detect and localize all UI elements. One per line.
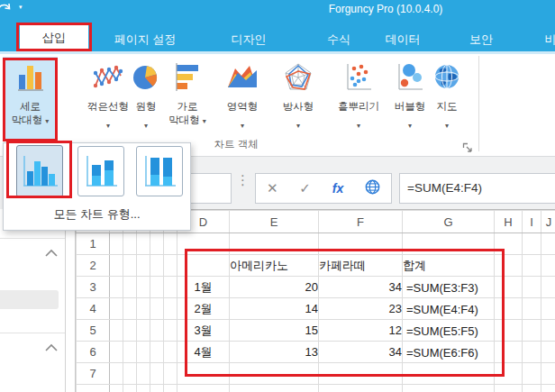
- cancel-icon[interactable]: ✕: [267, 180, 278, 196]
- cell-F3[interactable]: 34: [319, 277, 403, 298]
- cell-D5[interactable]: 3월: [177, 320, 230, 342]
- cell-F4[interactable]: 23: [319, 298, 403, 320]
- dropdown-arrow-icon: ▾: [431, 122, 463, 130]
- ribbon-button-map-chart[interactable]: 지도 ▾: [431, 57, 463, 141]
- cell-G6[interactable]: =SUM(E6:F6): [403, 342, 495, 363]
- area-chart-icon: [226, 62, 259, 96]
- confirm-icon[interactable]: ✓: [299, 180, 311, 196]
- row-header-1[interactable]: 1: [77, 233, 110, 255]
- ribbon-button-line-chart[interactable]: 꺾은선형 ▾: [81, 57, 135, 141]
- cell-D6[interactable]: 4월: [177, 342, 230, 363]
- cell-F5[interactable]: 12: [319, 320, 403, 342]
- panel-divider: [0, 238, 65, 239]
- tab-data[interactable]: 데이터: [386, 32, 421, 48]
- col-header-G[interactable]: G: [403, 211, 495, 233]
- tab-insert[interactable]: 삽입: [20, 24, 88, 54]
- collapse-chevron-icon[interactable]: [43, 247, 59, 260]
- grid-row-2: 2 아메리카노 카페라떼 합계: [77, 255, 555, 277]
- column-chart-dropdown: 모든 차트 유형...: [3, 142, 191, 231]
- dialog-launcher-icon[interactable]: [462, 141, 473, 151]
- panel-collapsed-item[interactable]: [0, 290, 59, 309]
- cell-D4[interactable]: 2월: [177, 298, 230, 320]
- cell-G5[interactable]: =SUM(E5:F5): [403, 320, 495, 342]
- row-header-3[interactable]: 3: [77, 277, 110, 298]
- spreadsheet-grid[interactable]: D E F G H I J 1 2 아메리카노 카페라떼 합계: [75, 209, 555, 392]
- subtype-clustered-column[interactable]: [16, 145, 63, 197]
- cell-G3[interactable]: =SUM(E3:F3): [403, 277, 495, 298]
- row-header-2[interactable]: 2: [77, 255, 110, 277]
- panel-edge: [65, 209, 66, 392]
- stacked-column-icon: [81, 153, 121, 189]
- window-title: Forguncy Pro (10.0.4.0): [329, 3, 443, 15]
- row-header-5[interactable]: 5: [77, 320, 110, 342]
- col-header-I[interactable]: I: [523, 211, 541, 233]
- formula-bar-buttons: ✕ ✓ fx: [255, 173, 392, 204]
- cell-E4[interactable]: 14: [230, 298, 319, 320]
- formula-bar-grip-icon[interactable]: ⋮: [236, 176, 250, 184]
- dropdown-arrow-icon: ▾: [387, 122, 432, 130]
- left-side-panel: [0, 209, 75, 392]
- ribbon-button-area-chart[interactable]: 영역형 ▾: [219, 57, 266, 141]
- column-chart-icon: [17, 62, 44, 98]
- grid-row-1: 1: [77, 233, 555, 255]
- cell-G2[interactable]: 합계: [403, 255, 495, 277]
- cell-D3[interactable]: 1월: [177, 277, 230, 298]
- row-header-7[interactable]: 7: [77, 363, 110, 385]
- cell-formula-text: =SUM(E6:F6): [406, 345, 478, 359]
- redo-icon[interactable]: [0, 1, 14, 20]
- collapse-chevron-icon[interactable]: [43, 342, 59, 354]
- dropdown-arrow-icon: ▾: [219, 122, 266, 130]
- col-header-J[interactable]: J: [541, 211, 555, 233]
- pie-chart-icon: [132, 62, 159, 96]
- grid-row-3: 3 1월 20 34 =SUM(E3:F3): [77, 277, 555, 298]
- dropdown-arrow-icon: ▾: [273, 122, 323, 130]
- clustered-column-icon: [20, 153, 59, 189]
- tab-page-setup[interactable]: 페이지 설정: [114, 32, 177, 48]
- cell-G4[interactable]: =SUM(E4:F4): [403, 298, 495, 320]
- col-header-H[interactable]: H: [495, 211, 523, 233]
- subtype-100-stacked-column[interactable]: [136, 146, 183, 196]
- cell-E6[interactable]: 13: [230, 342, 319, 363]
- all-chart-types-button[interactable]: 모든 차트 유형...: [4, 206, 190, 223]
- ribbon: 세로 막대형 ▾ 꺾은선형 ▾ 원형 ▾ 가로 막대형 ▾: [0, 54, 555, 157]
- ribbon-button-bubble-chart[interactable]: 버블형 ▾: [387, 57, 432, 141]
- title-bar: ▾ Forguncy Pro (10.0.4.0) 삽입 페이지 설정 디자인 …: [0, 0, 555, 51]
- radar-chart-icon: [283, 62, 314, 96]
- dropdown-arrow-icon: ▾: [45, 117, 49, 125]
- cell-F6[interactable]: 34: [319, 342, 403, 363]
- cell-E2[interactable]: 아메리카노: [230, 255, 319, 277]
- dropdown-arrow-icon: ▾: [130, 122, 162, 130]
- grid-row-7: 7: [77, 363, 555, 385]
- ribbon-button-label: 막대형: [12, 114, 43, 125]
- cell-E3[interactable]: 20: [230, 277, 319, 298]
- ribbon-button-column-chart[interactable]: 세로 막대형 ▾: [3, 57, 58, 141]
- ribbon-button-bar-chart[interactable]: 가로 막대형 ▾: [166, 57, 209, 141]
- ribbon-button-scatter-chart[interactable]: 흩뿌리기 ▾: [331, 57, 387, 141]
- ribbon-button-label: 막대형: [168, 114, 200, 125]
- cell-E5[interactable]: 15: [230, 320, 319, 342]
- bubble-chart-icon: [396, 62, 424, 96]
- formula-input[interactable]: =SUM(E4:F4): [399, 173, 555, 204]
- globe-icon[interactable]: [365, 179, 380, 198]
- row-header-6[interactable]: 6: [77, 342, 110, 363]
- tab-clipped[interactable]: 비: [545, 32, 555, 48]
- ribbon-button-pie-chart[interactable]: 원형 ▾: [130, 57, 162, 141]
- subtype-stacked-column[interactable]: [77, 146, 124, 196]
- tab-design[interactable]: 디자인: [232, 32, 267, 48]
- cell-F2[interactable]: 카페라떼: [319, 255, 403, 277]
- tab-security[interactable]: 보안: [469, 32, 493, 48]
- grid-row-8: [77, 385, 555, 392]
- row-header-4[interactable]: 4: [77, 298, 110, 320]
- dropdown-arrow-icon: ▾: [203, 117, 206, 125]
- grid-row-6: 6 4월 13 34 =SUM(E6:F6): [77, 342, 555, 363]
- grid-row-4: 4 2월 14 23 =SUM(E4:F4): [77, 298, 555, 320]
- tab-formula[interactable]: 수식: [327, 32, 350, 48]
- insert-function-button[interactable]: fx: [332, 181, 343, 196]
- dropdown-arrow-icon: ▾: [331, 122, 387, 130]
- col-header-E[interactable]: E: [230, 211, 319, 233]
- ribbon-button-radar-chart[interactable]: 방사형 ▾: [273, 57, 323, 141]
- quick-access-dropdown-icon[interactable]: ▾: [19, 4, 23, 11]
- panel-divider: [0, 333, 65, 333]
- cell-formula-text: =SUM(E4:F4): [406, 302, 478, 315]
- col-header-F[interactable]: F: [319, 211, 403, 233]
